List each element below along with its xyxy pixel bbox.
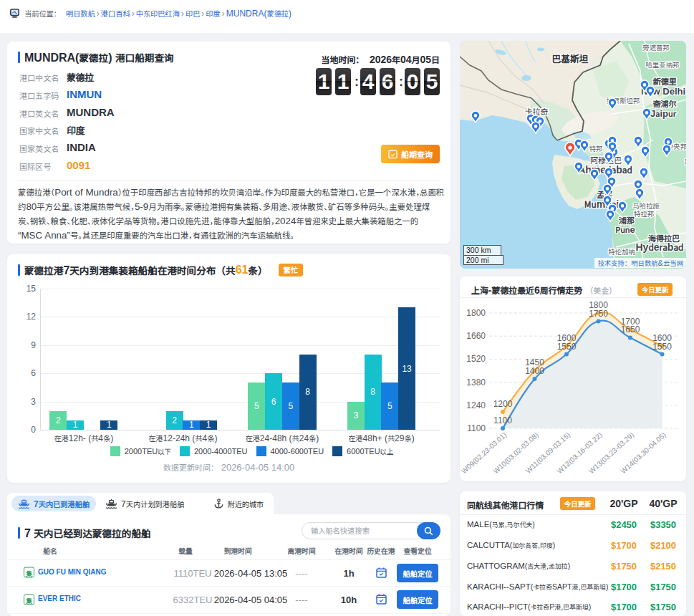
svg-text:1550: 1550: [557, 342, 577, 352]
svg-text:特拉邦: 特拉邦: [634, 208, 654, 218]
svg-text:1520: 1520: [466, 354, 486, 364]
svg-text:旁遮普邦: 旁遮普邦: [642, 42, 669, 52]
svg-text:1100: 1100: [493, 415, 512, 425]
svg-text:那: 那: [685, 156, 686, 166]
svg-text:1800: 1800: [466, 308, 486, 318]
svg-text:特伦加纳: 特伦加纳: [608, 246, 635, 256]
svg-text:哈里亚纳邦: 哈里亚纳邦: [646, 59, 680, 69]
svg-text:Hyderabad: Hyderabad: [635, 241, 683, 253]
svg-text:巴基斯坦: 巴基斯坦: [551, 52, 588, 65]
svg-text:Pune: Pune: [615, 223, 635, 235]
svg-text:1400: 1400: [525, 366, 544, 376]
svg-text:特邦: 特邦: [589, 143, 603, 153]
svg-text:1240: 1240: [466, 400, 486, 410]
svg-text:1200: 1200: [493, 399, 513, 409]
svg-text:1660: 1660: [466, 331, 486, 341]
svg-text:1750: 1750: [589, 309, 608, 319]
svg-text:1550: 1550: [652, 342, 672, 352]
svg-text:1650: 1650: [621, 324, 640, 335]
svg-text:1100: 1100: [467, 423, 486, 433]
svg-text:Jaipur: Jaipur: [650, 107, 677, 119]
svg-text:1380: 1380: [466, 377, 486, 388]
